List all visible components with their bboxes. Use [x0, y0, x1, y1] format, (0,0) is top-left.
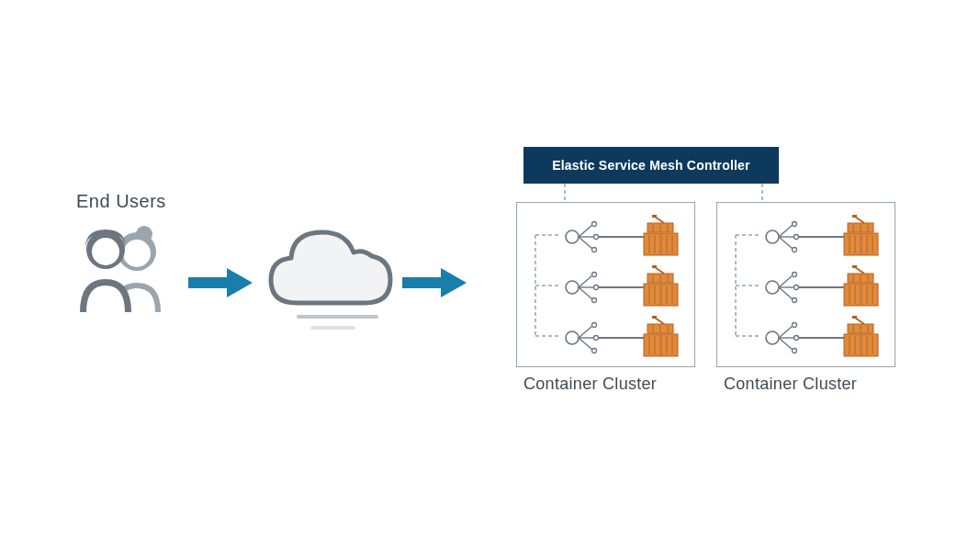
svg-rect-24	[661, 233, 678, 255]
svg-line-57	[655, 318, 664, 324]
controller-connectors	[514, 182, 900, 204]
svg-line-97	[855, 267, 864, 274]
svg-line-17	[655, 217, 664, 223]
svg-rect-23	[644, 233, 660, 255]
svg-point-115	[793, 349, 797, 353]
svg-rect-118	[852, 316, 857, 319]
mesh-controller-box: Elastic Service Mesh Controller	[523, 147, 779, 184]
svg-rect-58	[652, 316, 657, 319]
svg-point-75	[793, 248, 797, 252]
cluster-label: Container Cluster	[724, 375, 857, 394]
service-row	[526, 214, 687, 260]
svg-point-95	[793, 298, 797, 303]
svg-line-12	[579, 237, 592, 249]
svg-point-14	[594, 235, 599, 240]
service-row	[726, 214, 887, 260]
svg-rect-64	[661, 334, 678, 356]
svg-line-77	[855, 217, 864, 223]
svg-point-55	[592, 349, 597, 353]
container-cluster-box	[716, 202, 895, 367]
svg-line-110	[779, 326, 793, 338]
svg-rect-98	[852, 265, 857, 268]
svg-rect-18	[652, 215, 657, 218]
service-row	[726, 315, 887, 361]
svg-point-93	[793, 273, 797, 277]
arrow-icon	[188, 264, 254, 305]
svg-line-32	[579, 287, 592, 299]
svg-line-112	[779, 338, 793, 350]
svg-line-70	[779, 225, 793, 237]
service-row	[526, 315, 687, 361]
cluster-label: Container Cluster	[523, 375, 657, 394]
svg-point-33	[592, 273, 597, 277]
svg-line-117	[855, 318, 864, 324]
svg-point-9	[566, 230, 579, 243]
arrow-icon	[402, 264, 468, 305]
svg-point-73	[793, 222, 797, 227]
mesh-controller-label: Elastic Service Mesh Controller	[552, 158, 750, 173]
svg-point-35	[592, 298, 597, 303]
svg-point-4	[92, 238, 119, 265]
svg-rect-124	[861, 334, 878, 356]
svg-line-30	[579, 275, 592, 287]
svg-rect-104	[861, 284, 878, 306]
svg-line-90	[779, 275, 793, 287]
svg-point-54	[594, 336, 599, 341]
svg-rect-38	[652, 265, 657, 268]
svg-point-109	[766, 331, 779, 344]
svg-point-15	[592, 248, 597, 252]
svg-rect-84	[861, 233, 878, 255]
architecture-diagram: End Users	[0, 0, 968, 560]
svg-point-2	[123, 240, 151, 267]
svg-rect-43	[644, 284, 660, 306]
svg-line-50	[579, 326, 592, 338]
svg-point-114	[794, 336, 799, 341]
svg-line-72	[779, 237, 793, 249]
container-cluster-box	[516, 202, 695, 367]
svg-rect-123	[844, 334, 861, 356]
end-users-icon	[69, 220, 179, 325]
svg-point-69	[766, 230, 779, 243]
svg-rect-103	[844, 284, 861, 306]
svg-line-92	[779, 287, 793, 299]
service-row	[726, 264, 887, 310]
cloud-icon	[262, 216, 400, 348]
svg-point-74	[794, 235, 799, 240]
svg-line-10	[579, 225, 592, 237]
svg-point-49	[566, 331, 579, 344]
svg-rect-44	[661, 284, 678, 306]
svg-rect-78	[852, 215, 857, 218]
svg-rect-63	[644, 334, 660, 356]
svg-point-89	[766, 281, 779, 294]
svg-rect-83	[844, 233, 861, 255]
svg-line-37	[655, 267, 664, 274]
svg-point-29	[566, 281, 579, 294]
svg-point-53	[592, 323, 597, 328]
end-users-label: End Users	[76, 191, 166, 212]
svg-point-34	[594, 286, 599, 290]
svg-point-13	[592, 222, 597, 227]
svg-point-94	[794, 286, 799, 290]
svg-point-113	[793, 323, 797, 328]
svg-line-52	[579, 338, 592, 350]
service-row	[526, 264, 687, 310]
